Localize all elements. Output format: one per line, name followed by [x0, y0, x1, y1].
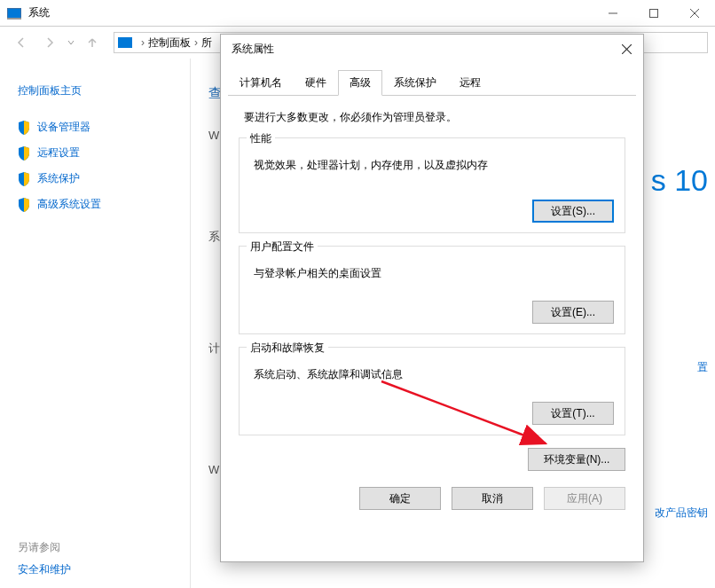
group-title: 用户配置文件	[247, 239, 318, 255]
sidebar-item-advanced[interactable]: 高级系统设置	[0, 192, 190, 217]
group-title: 性能	[247, 131, 275, 146]
history-dropdown[interactable]	[64, 39, 78, 46]
back-button[interactable]	[11, 32, 32, 53]
system-icon	[7, 8, 21, 19]
sidebar-item-label: 系统保护	[37, 171, 80, 186]
admin-notice: 要进行大多数更改，你必须作为管理员登录。	[244, 110, 625, 125]
shield-icon	[18, 146, 30, 161]
svg-rect-1	[650, 9, 658, 17]
group-description: 视觉效果，处理器计划，内存使用，以及虚拟内存	[254, 158, 614, 173]
tab-system-protection[interactable]: 系统保护	[382, 70, 448, 96]
performance-settings-button[interactable]: 设置(S)...	[532, 200, 614, 223]
see-also: 另请参阅 安全和维护	[18, 540, 71, 577]
minimize-button[interactable]	[593, 0, 633, 27]
user-profiles-settings-button[interactable]: 设置(E)...	[532, 301, 614, 324]
dialog-title: 系统属性	[232, 42, 615, 57]
sidebar-item-protection[interactable]: 系统保护	[0, 166, 190, 192]
dialog-close-button[interactable]	[615, 37, 638, 60]
window-title: 系统	[28, 5, 593, 20]
close-button[interactable]	[674, 0, 715, 27]
cancel-button[interactable]: 取消	[452, 487, 533, 510]
shield-icon	[18, 121, 30, 135]
tab-bar: 计算机名 硬件 高级 系统保护 远程	[221, 63, 643, 96]
startup-recovery-group: 启动和故障恢复 系统启动、系统故障和调试信息 设置(T)...	[239, 347, 625, 435]
up-button[interactable]	[82, 32, 103, 53]
group-description: 系统启动、系统故障和调试信息	[254, 367, 614, 382]
tab-hardware[interactable]: 硬件	[294, 70, 338, 96]
dialog-footer: 确定 取消 应用(A)	[221, 478, 643, 522]
sidebar-item-label: 设备管理器	[37, 120, 90, 135]
chevron-right-icon: ›	[194, 36, 198, 49]
apply-button[interactable]: 应用(A)	[544, 487, 625, 510]
sidebar: 控制面板主页 设备管理器 远程设置 系统保护 高级系统设置 另请参阅 安全和维护	[0, 59, 191, 588]
main-link-fragment[interactable]: 置	[697, 360, 708, 375]
performance-group: 性能 视觉效果，处理器计划，内存使用，以及虚拟内存 设置(S)...	[239, 137, 625, 233]
tab-advanced[interactable]: 高级	[338, 70, 382, 96]
sidebar-item-label: 高级系统设置	[37, 197, 101, 212]
shield-icon	[18, 172, 30, 186]
chevron-right-icon: ›	[141, 36, 145, 49]
sidebar-item-label: 远程设置	[37, 145, 80, 161]
titlebar: 系统	[0, 0, 715, 27]
group-title: 启动和故障恢复	[247, 341, 328, 356]
windows-10-logo-text: s 10	[651, 163, 708, 198]
breadcrumb-root[interactable]: 控制面板	[148, 35, 191, 51]
user-profiles-group: 用户配置文件 与登录帐户相关的桌面设置 设置(E)...	[239, 246, 625, 334]
breadcrumb-sub[interactable]: 所	[201, 35, 212, 51]
see-also-link[interactable]: 安全和维护	[18, 562, 71, 577]
tab-remote[interactable]: 远程	[448, 70, 492, 96]
shield-icon	[18, 198, 30, 212]
maximize-button[interactable]	[633, 0, 674, 27]
group-description: 与登录帐户相关的桌面设置	[254, 266, 614, 281]
window-controls	[593, 0, 715, 27]
monitor-icon	[118, 37, 132, 48]
system-properties-dialog: 系统属性 计算机名 硬件 高级 系统保护 远程 要进行大多数更改，你必须作为管理…	[220, 34, 644, 562]
startup-recovery-settings-button[interactable]: 设置(T)...	[532, 402, 614, 425]
sidebar-item-remote[interactable]: 远程设置	[0, 140, 190, 166]
sidebar-item-device-manager[interactable]: 设备管理器	[0, 114, 190, 140]
see-also-title: 另请参阅	[18, 540, 71, 555]
dialog-titlebar: 系统属性	[221, 35, 643, 63]
sidebar-title[interactable]: 控制面板主页	[0, 76, 190, 114]
tab-computer-name[interactable]: 计算机名	[228, 70, 294, 96]
product-key-link-fragment[interactable]: 改产品密钥	[655, 506, 708, 521]
forward-button[interactable]	[39, 32, 60, 53]
ok-button[interactable]: 确定	[359, 487, 441, 510]
environment-variables-button[interactable]: 环境变量(N)...	[528, 448, 625, 471]
dialog-body: 要进行大多数更改，你必须作为管理员登录。 性能 视觉效果，处理器计划，内存使用，…	[221, 96, 643, 478]
